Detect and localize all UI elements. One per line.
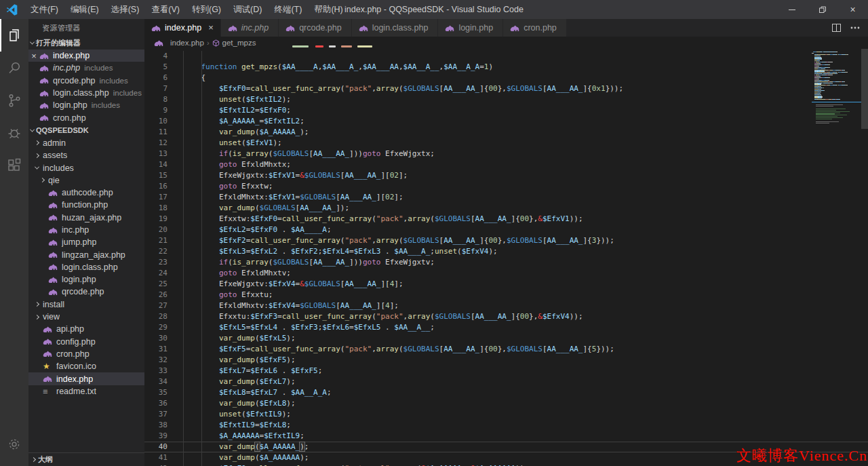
code-line-24[interactable]: 24 goto EfxldMhxtv; xyxy=(144,268,868,279)
code-line-25[interactable]: 25 EfxeWjgxtv:$EfxV4=&$GLOBALS[AA___AA_]… xyxy=(144,279,868,290)
code-line-20[interactable]: 20 $EfxL2=$EfxF0 . $AA____A; xyxy=(144,225,868,235)
line-number[interactable]: 41 xyxy=(144,452,167,463)
menu-item[interactable]: 帮助(H) xyxy=(308,0,349,19)
line-number[interactable]: 4 xyxy=(144,51,167,62)
split-editor-icon[interactable] xyxy=(832,24,841,32)
menu-item[interactable]: 编辑(E) xyxy=(64,0,105,19)
line-number[interactable]: 29 xyxy=(144,322,167,333)
line-number[interactable]: 14 xyxy=(144,159,167,170)
line-number[interactable]: 31 xyxy=(144,344,167,355)
tree-file-readme.txt[interactable]: ≡readme.txt xyxy=(28,385,144,397)
breadcrumb-symbol[interactable]: get_mpzs xyxy=(222,39,256,47)
menu-item[interactable]: 终端(T) xyxy=(268,0,308,19)
line-number[interactable]: 23 xyxy=(144,257,167,268)
line-number[interactable]: 40 xyxy=(144,442,167,452)
tree-file-inc.php[interactable]: inc.php xyxy=(28,224,144,236)
settings-gear-icon[interactable] xyxy=(0,428,28,461)
tree-file-cron.php[interactable]: cron.php xyxy=(28,348,144,360)
line-number[interactable]: 33 xyxy=(144,366,167,376)
code-line-15[interactable]: 15 EfxeWjgxtx:$EfxV1=&$GLOBALS[AA___AA_]… xyxy=(144,170,868,181)
line-number[interactable]: 38 xyxy=(144,420,167,431)
line-number[interactable]: 35 xyxy=(144,387,167,398)
code-line-19[interactable]: 19 Efxxtw:$EfxF0=call_user_func_array("p… xyxy=(144,214,868,225)
line-number[interactable]: 13 xyxy=(144,149,167,159)
close-icon[interactable]: × xyxy=(208,24,214,32)
code-line-30[interactable]: 30 var_dump($EfxL5); xyxy=(144,333,868,344)
code-line-29[interactable]: 29 $EfxL5=$EfxL4 . $EfxF3;$EfxL6=$EfxL5 … xyxy=(144,322,868,333)
tab-index.php[interactable]: index.php× xyxy=(144,19,221,37)
tree-folder-assets[interactable]: assets xyxy=(28,149,144,161)
close-icon[interactable]: × xyxy=(28,52,39,60)
code-line-14[interactable]: 14 goto EfxldMhxtx; xyxy=(144,159,868,170)
code-line-26[interactable]: 26 goto Efxxtu; xyxy=(144,290,868,300)
code-line-4[interactable]: 4 xyxy=(144,51,868,62)
tree-folder-view[interactable]: view xyxy=(28,311,144,323)
scrollbar-slider[interactable] xyxy=(861,49,868,129)
line-number[interactable]: 11 xyxy=(144,127,167,138)
line-number[interactable]: 6 xyxy=(144,73,167,83)
line-number[interactable]: 15 xyxy=(144,170,167,181)
code-line-5[interactable]: 5 function get_mpzs($AA____A,$AA___A_,$A… xyxy=(144,62,868,73)
minimap[interactable] xyxy=(812,50,861,179)
open-editor-item[interactable]: login.phpincludes xyxy=(28,99,144,111)
explorer-icon[interactable] xyxy=(0,19,28,52)
code-line-38[interactable]: 38 $EfxtIL9=$EfxL8; xyxy=(144,420,868,431)
tab-login.class.php[interactable]: login.class.php xyxy=(352,19,439,37)
code-line-27[interactable]: 27 EfxldMhxtv:$EfxV4=$GLOBALS[AA___AA_][… xyxy=(144,300,868,311)
code-line-6[interactable]: 6 { xyxy=(144,73,868,83)
code-line-23[interactable]: 23 if(is_array($GLOBALS[AA___AA_]))goto … xyxy=(144,257,868,268)
outline-section[interactable]: 大纲 xyxy=(28,452,144,466)
line-number[interactable]: 21 xyxy=(144,235,167,246)
tree-folder-includes[interactable]: includes xyxy=(28,161,144,174)
menu-item[interactable]: 文件(F) xyxy=(24,0,64,19)
source-control-icon[interactable] xyxy=(0,84,28,117)
tree-folder-qie[interactable]: qie xyxy=(28,174,144,187)
line-number[interactable]: 26 xyxy=(144,290,167,300)
code-line-35[interactable]: 35 $EfxL8=$EfxL7 . $AA__A_A; xyxy=(144,387,868,398)
tab-cron.php[interactable]: cron.php xyxy=(503,19,567,37)
line-number[interactable]: 36 xyxy=(144,398,167,409)
code-line-21[interactable]: 21 $EfxF2=call_user_func_array("pack",ar… xyxy=(144,235,868,246)
code-line-18[interactable]: 18 var_dump($GLOBALS[AA___AA_]); xyxy=(144,203,868,214)
code-line-36[interactable]: 36 var_dump($EfxL8); xyxy=(144,398,868,409)
code-line-13[interactable]: 13 if(is_array($GLOBALS[AA___AA_]))goto … xyxy=(144,149,868,159)
line-number[interactable]: 5 xyxy=(144,62,167,73)
line-number[interactable]: 37 xyxy=(144,409,167,420)
tree-file-login.php[interactable]: login.php xyxy=(28,273,144,286)
tree-file-api.php[interactable]: api.php xyxy=(28,323,144,335)
tab-qrcode.php[interactable]: qrcode.php xyxy=(279,19,352,37)
tree-file-authcode.php[interactable]: authcode.php xyxy=(28,187,144,199)
menu-item[interactable]: 查看(V) xyxy=(145,0,186,19)
menu-item[interactable]: 转到(G) xyxy=(186,0,227,19)
open-editor-item[interactable]: ×index.php xyxy=(28,50,144,62)
line-number[interactable]: 22 xyxy=(144,246,167,257)
code-line-31[interactable]: 31 $EfxF5=call_user_func_array("pack",ar… xyxy=(144,344,868,355)
tree-file-login.class.php[interactable]: login.class.php xyxy=(28,261,144,273)
tree-file-config.php[interactable]: config.php xyxy=(28,336,144,348)
line-number[interactable]: 7 xyxy=(144,83,167,94)
tab-login.php[interactable]: login.php xyxy=(438,19,503,37)
code-line-32[interactable]: 32 var_dump($EfxF5); xyxy=(144,355,868,366)
line-number[interactable]: 12 xyxy=(144,138,167,149)
tree-file-index.php[interactable]: index.php xyxy=(28,372,144,385)
code-line-22[interactable]: 22 $EfxL3=$EfxL2 . $EfxF2;$EfxL4=$EfxL3 … xyxy=(144,246,868,257)
line-number[interactable]: 27 xyxy=(144,300,167,311)
scrollbar[interactable] xyxy=(861,49,868,466)
line-number[interactable]: 10 xyxy=(144,116,167,127)
tree-folder-install[interactable]: install xyxy=(28,298,144,311)
code-line-39[interactable]: 39 $A_AAAAAA=$EfxtIL9; xyxy=(144,431,868,442)
code-line-17[interactable]: 17 EfxldMhxtx:$EfxV1=$GLOBALS[AA___AA_][… xyxy=(144,192,868,203)
code-line-10[interactable]: 10 $A_AAAAA_=$EfxtIL2; xyxy=(144,116,868,127)
open-editor-item[interactable]: inc.phpincludes xyxy=(28,62,144,74)
restore-button[interactable] xyxy=(807,0,837,19)
code-line-8[interactable]: 8 unset($EfxtIL2); xyxy=(144,94,868,105)
debug-icon[interactable] xyxy=(0,117,28,149)
tree-file-qrcode.php[interactable]: qrcode.php xyxy=(28,286,144,298)
line-number[interactable]: 39 xyxy=(144,431,167,442)
code-line-12[interactable]: 12 unset($EfxV1); xyxy=(144,138,868,149)
line-number[interactable]: 42 xyxy=(144,463,167,466)
line-number[interactable]: 25 xyxy=(144,279,167,290)
code-line-28[interactable]: 28 Efxxtu:$EfxF3=call_user_func_array("p… xyxy=(144,311,868,322)
line-number[interactable]: 20 xyxy=(144,225,167,235)
line-number[interactable]: 24 xyxy=(144,268,167,279)
